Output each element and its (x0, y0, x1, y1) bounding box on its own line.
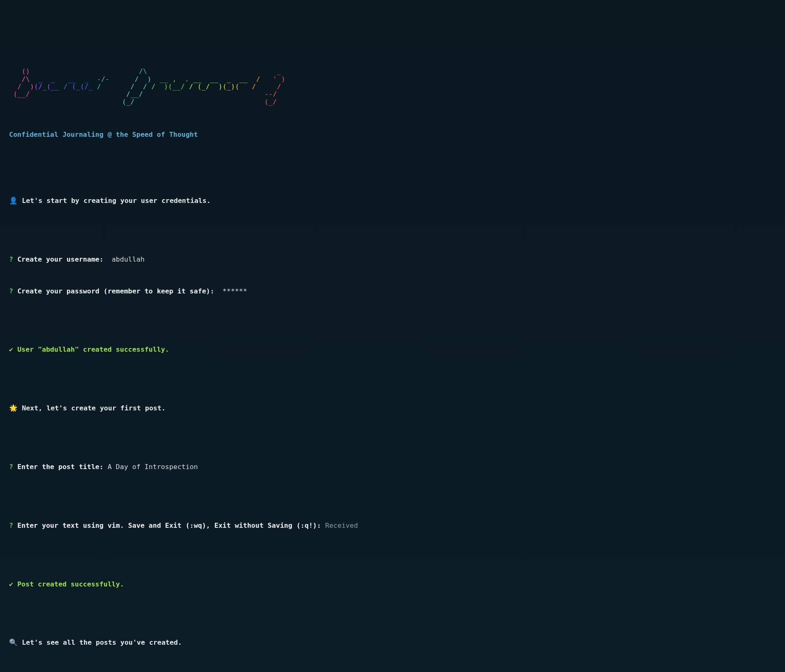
subtitle: Confidential Journaling @ the Speed of T… (9, 129, 482, 140)
intro-line: 👤 Let's start by creating your user cred… (9, 195, 482, 206)
password-prompt-row: ? Create your password (remember to keep… (9, 286, 482, 297)
ascii-logo: () /\ _ /\ _ _ __ _ -/- / ) __ , . __ __… (9, 60, 482, 106)
password-input[interactable]: ****** (223, 287, 247, 295)
vim-status: Received (325, 522, 358, 529)
magnifier-icon: 🔍 (9, 639, 18, 646)
vim-prompt-row: ? Enter your text using vim. Save and Ex… (9, 520, 482, 531)
vim-prompt-label: Enter your text using vim. Save and Exit… (17, 522, 321, 529)
post-title-input[interactable]: A Day of Introspection (107, 463, 198, 471)
username-prompt-row: ? Create your username: abdullah (9, 254, 482, 265)
view-all-intro: 🔍 Let's see all the posts you've created… (9, 637, 482, 648)
first-post-text: Next, let's create your first post. (22, 404, 166, 412)
check-icon: ✔ (9, 346, 13, 353)
star-icon: 🌟 (9, 404, 18, 412)
post-created-row: ✔ Post created successfully. (9, 579, 482, 590)
username-input[interactable]: abdullah (112, 255, 144, 263)
user-icon: 👤 (9, 197, 18, 205)
username-prompt-label: Create your username: (17, 255, 104, 263)
question-mark-icon: ? (9, 463, 13, 471)
view-all-text: Let's see all the posts you've created. (22, 639, 182, 646)
first-post-intro: 🌟 Next, let's create your first post. (9, 403, 482, 414)
user-created-msg: User "abdullah" created successfully. (17, 346, 169, 353)
user-created-row: ✔ User "abdullah" created successfully. (9, 344, 482, 355)
password-prompt-label: Create your password (remember to keep i… (17, 287, 214, 295)
post-title-prompt: Enter the post title: (17, 463, 104, 471)
question-mark-icon: ? (9, 522, 13, 529)
post-created-msg: Post created successfully. (17, 580, 124, 588)
intro-text: Let's start by creating your user creden… (22, 197, 211, 205)
question-mark-icon: ? (9, 287, 13, 295)
question-mark-icon: ? (9, 255, 13, 263)
check-icon: ✔ (9, 580, 13, 588)
post-title-row: ? Enter the post title: A Day of Introsp… (9, 462, 482, 472)
